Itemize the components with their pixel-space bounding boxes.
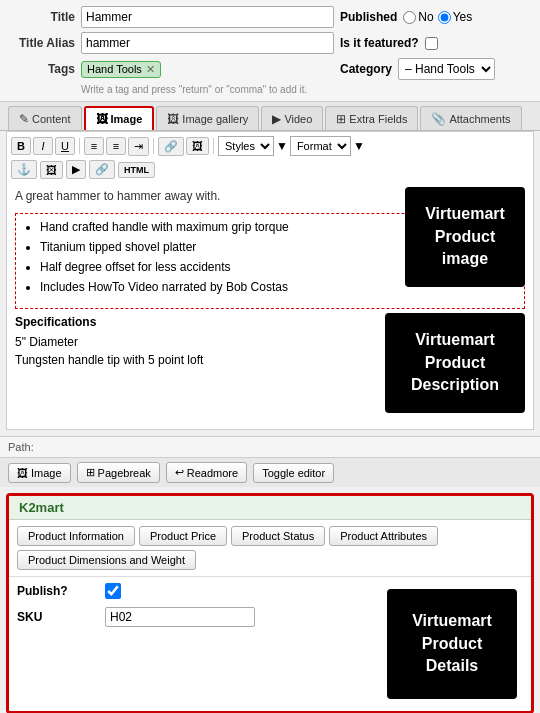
k2mart-tab-product-status[interactable]: Product Status [231,526,325,546]
published-yes-label[interactable]: Yes [438,10,473,24]
image-tab-icon: 🖼 [96,112,108,126]
toolbar-sep1 [79,138,80,154]
published-group: Published No Yes [340,10,530,24]
sku-input[interactable] [105,607,255,627]
published-radio-group: No Yes [403,10,472,24]
title-alias-input[interactable] [81,32,334,54]
k2mart-tab-product-attributes[interactable]: Product Attributes [329,526,438,546]
sku-label: SKU [17,610,97,624]
gallery-icon: 🖼 [167,112,179,126]
editor-area: B I U ≡ ≡ ⇥ 🔗 🖼 Styles ▼ Format ▼ ⚓ 🖾 ▶ [6,131,534,430]
tab-attachments[interactable]: 📎 Attachments [420,106,521,130]
tags-container: Hand Tools ✕ [81,61,334,78]
format-select[interactable]: Format [290,136,351,156]
media-button[interactable]: ▶ [66,160,86,179]
image-insert-button[interactable]: 🖼 [186,137,209,155]
vm-description-overlay: VirtuemartProductDescription [385,313,525,413]
tab-image[interactable]: 🖼 Image [84,106,155,130]
styles-select[interactable]: Styles [218,136,274,156]
tabs-bar: ✎ Content 🖼 Image 🖼 Image gallery ▶ Vide… [0,102,540,131]
tab-content[interactable]: ✎ Content [8,106,82,130]
category-group: Category – Hand Tools [340,58,530,80]
category-label: Category [340,62,392,76]
editor-content: VirtuemartProductimage A great hammer to… [11,183,529,425]
k2mart-header: K2mart [9,496,531,520]
tab-video[interactable]: ▶ Video [261,106,323,130]
readmore-icon: ↩ [175,466,184,479]
image-bottom-icon: 🖼 [17,467,28,479]
tab-extra-fields[interactable]: ⊞ Extra Fields [325,106,418,130]
title-alias-label: Title Alias [10,36,75,50]
content-icon: ✎ [19,112,29,126]
featured-label: Is it featured? [340,36,419,50]
image-button2[interactable]: 🖾 [40,161,63,179]
pagebreak-btn[interactable]: ⊞ Pagebreak [77,462,160,483]
list-unordered-button[interactable]: ≡ [84,137,104,155]
video-icon: ▶ [272,112,281,126]
pagebreak-icon: ⊞ [86,466,95,479]
list-ordered-button[interactable]: ≡ [106,137,126,155]
title-input[interactable] [81,6,334,28]
italic-button[interactable]: I [33,137,53,155]
k2mart-tabs: Product Information Product Price Produc… [9,520,531,577]
extra-fields-icon: ⊞ [336,112,346,126]
publish-label: Publish? [17,584,97,598]
published-no-radio[interactable] [403,11,416,24]
title-row: Title Published No Yes [10,6,530,28]
published-yes-radio[interactable] [438,11,451,24]
editor-toolbar-row2: ⚓ 🖾 ▶ 🔗 HTML [11,160,529,179]
editor-toolbar-row1: B I U ≡ ≡ ⇥ 🔗 🖼 Styles ▼ Format ▼ [11,136,529,156]
featured-group: Is it featured? [340,36,530,50]
format-arrow: ▼ [353,139,365,153]
tags-row: Tags Hand Tools ✕ Category – Hand Tools [10,58,530,80]
bold-button[interactable]: B [11,137,31,155]
k2mart-tab-product-info[interactable]: Product Information [17,526,135,546]
bottom-toolbar: 🖼 Image ⊞ Pagebreak ↩ Readmore Toggle ed… [0,457,540,487]
publish-field-row: Publish? [17,583,381,599]
k2mart-tab-dimensions[interactable]: Product Dimensions and Weight [17,550,196,570]
k2mart-fields: Publish? SKU VirtuemartProductDetails [9,577,531,711]
title-label: Title [10,10,75,24]
published-label: Published [340,10,397,24]
anchor-button[interactable]: ⚓ [11,160,37,179]
title-alias-row: Title Alias Is it featured? [10,32,530,54]
link-button2[interactable]: 🔗 [89,160,115,179]
vm-details-overlay: VirtuemartProductDetails [387,589,517,699]
readmore-btn[interactable]: ↩ Readmore [166,462,247,483]
tags-label: Tags [10,62,75,76]
k2mart-section: K2mart Product Information Product Price… [6,493,534,713]
category-select[interactable]: – Hand Tools [398,58,495,80]
toolbar-sep2 [153,138,154,154]
k2mart-fields-left: Publish? SKU [17,583,381,705]
attachments-icon: 📎 [431,112,446,126]
publish-checkbox[interactable] [105,583,121,599]
tag-hint: Write a tag and press "return" or "comma… [81,84,530,95]
html-button[interactable]: HTML [118,162,155,178]
toolbar-sep3 [213,138,214,154]
vm-image-overlay: VirtuemartProductimage [405,187,525,287]
indent-button[interactable]: ⇥ [128,137,149,156]
tag-remove-icon[interactable]: ✕ [146,63,155,76]
link-button[interactable]: 🔗 [158,137,184,156]
path-bar: Path: [0,436,540,457]
k2mart-tab-product-price[interactable]: Product Price [139,526,227,546]
form-area: Title Published No Yes Title Alias [0,0,540,102]
featured-checkbox[interactable] [425,37,438,50]
tab-image-gallery[interactable]: 🖼 Image gallery [156,106,259,130]
tag-chip-hand-tools: Hand Tools ✕ [81,61,161,78]
published-no-label[interactable]: No [403,10,433,24]
main-container: Title Published No Yes Title Alias [0,0,540,713]
styles-arrow: ▼ [276,139,288,153]
underline-button[interactable]: U [55,137,75,155]
image-bottom-btn[interactable]: 🖼 Image [8,463,71,483]
toggle-editor-btn[interactable]: Toggle editor [253,463,334,483]
sku-field-row: SKU [17,607,381,627]
